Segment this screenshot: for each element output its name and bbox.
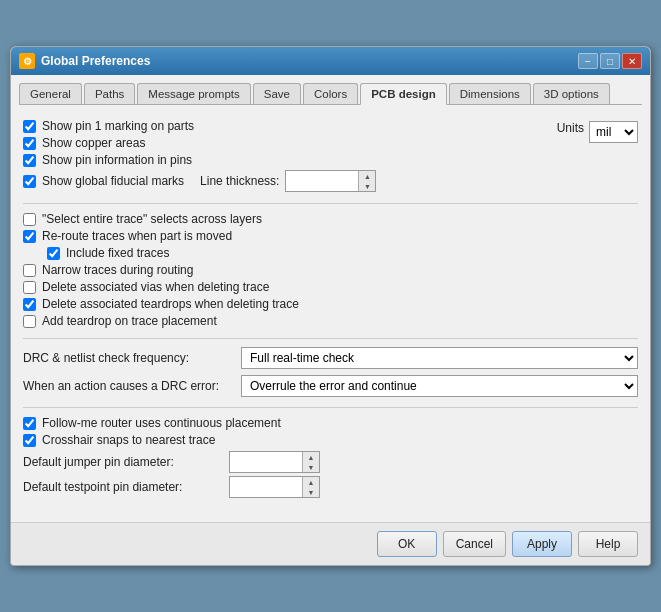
testpoint-row: Default testpoint pin diameter: 7.00000 … (23, 476, 638, 498)
help-button[interactable]: Help (578, 531, 638, 557)
jumper-row: Default jumper pin diameter: 7.00000 ▲ ▼ (23, 451, 638, 473)
show-copper-label: Show copper areas (42, 136, 145, 150)
pcb-design-panel: Show pin 1 marking on parts Show copper … (19, 113, 642, 514)
crosshair-label: Crosshair snaps to nearest trace (42, 433, 215, 447)
follow-me-row: Follow-me router uses continuous placeme… (23, 416, 638, 430)
include-fixed-row: Include fixed traces (47, 246, 638, 260)
jumper-buttons: ▲ ▼ (302, 452, 319, 472)
show-pin-info-row: Show pin information in pins (23, 153, 557, 167)
line-thickness-label: Line thickness: (200, 174, 279, 188)
include-fixed-label: Include fixed traces (66, 246, 169, 260)
show-pin-info-checkbox[interactable] (23, 154, 36, 167)
jumper-label: Default jumper pin diameter: (23, 455, 223, 469)
narrow-traces-row: Narrow traces during routing (23, 263, 638, 277)
narrow-traces-checkbox[interactable] (23, 264, 36, 277)
jumper-down[interactable]: ▼ (303, 462, 319, 472)
narrow-traces-label: Narrow traces during routing (42, 263, 193, 277)
show-fiducial-row: Show global fiducial marks Line thicknes… (23, 170, 557, 192)
follow-me-checkbox[interactable] (23, 417, 36, 430)
dialog-content: General Paths Message prompts Save Color… (11, 75, 650, 522)
drc-error-row: When an action causes a DRC error: Overr… (23, 375, 638, 397)
tab-pcb-design[interactable]: PCB design (360, 83, 447, 105)
show-copper-row: Show copper areas (23, 136, 557, 150)
tab-save[interactable]: Save (253, 83, 301, 104)
show-pin1-row: Show pin 1 marking on parts (23, 119, 557, 133)
line-thickness-input[interactable]: 5.00000 (286, 171, 358, 191)
reroute-row: Re-route traces when part is moved (23, 229, 638, 243)
testpoint-down[interactable]: ▼ (303, 487, 319, 497)
tab-general[interactable]: General (19, 83, 82, 104)
units-select[interactable]: mil mm inch (589, 121, 638, 143)
testpoint-input[interactable]: 7.00000 (230, 477, 302, 497)
delete-teardrops-label: Delete associated teardrops when deletin… (42, 297, 299, 311)
show-copper-checkbox[interactable] (23, 137, 36, 150)
drc-section: DRC & netlist check frequency: Full real… (23, 347, 638, 397)
tab-colors[interactable]: Colors (303, 83, 358, 104)
maximize-button[interactable]: □ (600, 53, 620, 69)
router-section: Follow-me router uses continuous placeme… (23, 416, 638, 498)
tab-bar: General Paths Message prompts Save Color… (19, 83, 642, 105)
show-pin1-checkbox[interactable] (23, 120, 36, 133)
drc-error-label: When an action causes a DRC error: (23, 379, 233, 393)
units-label: Units (557, 121, 584, 135)
testpoint-label: Default testpoint pin diameter: (23, 480, 223, 494)
select-entire-checkbox[interactable] (23, 213, 36, 226)
ok-button[interactable]: OK (377, 531, 437, 557)
testpoint-buttons: ▲ ▼ (302, 477, 319, 497)
trace-options-section: "Select entire trace" selects across lay… (23, 212, 638, 328)
drc-frequency-row: DRC & netlist check frequency: Full real… (23, 347, 638, 369)
delete-vias-row: Delete associated vias when deleting tra… (23, 280, 638, 294)
app-icon: ⚙ (19, 53, 35, 69)
crosshair-row: Crosshair snaps to nearest trace (23, 433, 638, 447)
apply-button[interactable]: Apply (512, 531, 572, 557)
jumper-input[interactable]: 7.00000 (230, 452, 302, 472)
delete-vias-label: Delete associated vias when deleting tra… (42, 280, 269, 294)
select-entire-label: "Select entire trace" selects across lay… (42, 212, 262, 226)
line-thickness-spinbox: 5.00000 ▲ ▼ (285, 170, 376, 192)
line-thickness-buttons: ▲ ▼ (358, 171, 375, 191)
include-fixed-checkbox[interactable] (47, 247, 60, 260)
delete-teardrops-row: Delete associated teardrops when deletin… (23, 297, 638, 311)
tab-3d-options[interactable]: 3D options (533, 83, 610, 104)
add-teardrop-row: Add teardrop on trace placement (23, 314, 638, 328)
reroute-label: Re-route traces when part is moved (42, 229, 232, 243)
drc-frequency-label: DRC & netlist check frequency: (23, 351, 233, 365)
show-fiducial-label: Show global fiducial marks (42, 174, 184, 188)
delete-vias-checkbox[interactable] (23, 281, 36, 294)
tab-dimensions[interactable]: Dimensions (449, 83, 531, 104)
show-pin-info-label: Show pin information in pins (42, 153, 192, 167)
delete-teardrops-checkbox[interactable] (23, 298, 36, 311)
testpoint-spinbox: 7.00000 ▲ ▼ (229, 476, 320, 498)
follow-me-label: Follow-me router uses continuous placeme… (42, 416, 281, 430)
units-col: Units mil mm inch (557, 119, 638, 143)
drc-frequency-select[interactable]: Full real-time check Partial check No ch… (241, 347, 638, 369)
line-thickness-up[interactable]: ▲ (359, 171, 375, 181)
jumper-up[interactable]: ▲ (303, 452, 319, 462)
testpoint-up[interactable]: ▲ (303, 477, 319, 487)
line-thickness-down[interactable]: ▼ (359, 181, 375, 191)
select-entire-row: "Select entire trace" selects across lay… (23, 212, 638, 226)
jumper-spinbox: 7.00000 ▲ ▼ (229, 451, 320, 473)
show-fiducial-checkbox[interactable] (23, 175, 36, 188)
title-controls: − □ ✕ (578, 53, 642, 69)
tab-message-prompts[interactable]: Message prompts (137, 83, 250, 104)
title-bar: ⚙ Global Preferences − □ ✕ (11, 47, 650, 75)
cancel-button[interactable]: Cancel (443, 531, 506, 557)
crosshair-checkbox[interactable] (23, 434, 36, 447)
show-pin1-label: Show pin 1 marking on parts (42, 119, 194, 133)
main-window: ⚙ Global Preferences − □ ✕ General Paths… (10, 46, 651, 566)
reroute-checkbox[interactable] (23, 230, 36, 243)
dialog-footer: OK Cancel Apply Help (11, 522, 650, 565)
window-title: Global Preferences (41, 54, 150, 68)
add-teardrop-checkbox[interactable] (23, 315, 36, 328)
close-button[interactable]: ✕ (622, 53, 642, 69)
add-teardrop-label: Add teardrop on trace placement (42, 314, 217, 328)
drc-error-select[interactable]: Overrule the error and continue Stop and… (241, 375, 638, 397)
tab-paths[interactable]: Paths (84, 83, 135, 104)
minimize-button[interactable]: − (578, 53, 598, 69)
